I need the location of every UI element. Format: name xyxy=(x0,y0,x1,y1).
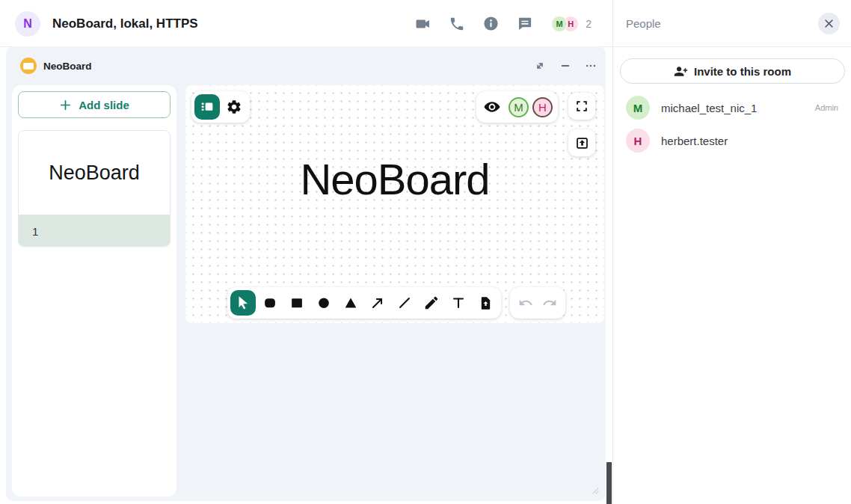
invite-button[interactable]: Invite to this room xyxy=(620,58,845,84)
widget-title: NeoBoard xyxy=(43,46,92,85)
rounded-rectangle-icon xyxy=(262,295,278,311)
tool-rounded-rectangle-button[interactable] xyxy=(257,290,283,316)
info-icon xyxy=(482,15,500,32)
plus-icon xyxy=(59,99,72,111)
member-avatar-m: M xyxy=(626,96,650,120)
tool-image-upload-button[interactable] xyxy=(473,290,498,316)
redo-icon xyxy=(542,295,557,310)
member-count: 2 xyxy=(586,18,592,30)
member-name: herbert.tester xyxy=(661,135,728,147)
export-button[interactable] xyxy=(568,129,595,156)
fullscreen-button[interactable] xyxy=(568,93,595,120)
whiteboard-canvas[interactable]: NeoBoard M H xyxy=(185,85,604,323)
rectangle-icon xyxy=(289,295,305,311)
room-avatar[interactable]: N xyxy=(15,11,40,37)
settings-button[interactable] xyxy=(221,94,247,120)
chat-bubble-icon xyxy=(516,15,533,32)
canvas-top-left-controls xyxy=(191,91,250,123)
video-call-button[interactable] xyxy=(414,14,433,34)
neoboard-widget: NeoBoard Add slide NeoBoard 1 xyxy=(6,46,606,501)
member-list: M michael_test_nic_1 Admin H herbert.tes… xyxy=(613,91,851,157)
invite-label: Invite to this room xyxy=(694,65,791,78)
widget-header-actions xyxy=(531,46,600,85)
phone-icon xyxy=(449,16,465,32)
people-panel-header: People xyxy=(613,0,851,47)
member-avatar-h: H xyxy=(626,129,650,153)
tool-triangle-button[interactable] xyxy=(338,290,363,316)
room-info-button[interactable] xyxy=(481,14,500,34)
pen-icon xyxy=(423,295,440,311)
slide-thumbnail[interactable]: NeoBoard 1 xyxy=(18,130,170,247)
board-title-text[interactable]: NeoBoard xyxy=(300,154,489,204)
people-panel: People Invite to this room M michael_tes… xyxy=(612,0,851,504)
upload-box-icon xyxy=(574,135,590,151)
voice-call-button[interactable] xyxy=(447,14,467,34)
undo-redo-controls xyxy=(510,287,565,319)
file-upload-icon xyxy=(478,295,494,311)
close-icon xyxy=(823,18,835,29)
canvas-presence-controls: M H xyxy=(476,91,558,123)
timeline-scrollbar[interactable] xyxy=(606,462,612,504)
widget-header: NeoBoard xyxy=(6,46,606,85)
collaborator-avatar-m[interactable]: M xyxy=(509,97,529,117)
slide-overview-icon xyxy=(199,99,215,115)
member-name: michael_test_nic_1 xyxy=(661,102,757,114)
triangle-icon xyxy=(342,295,359,311)
eye-icon xyxy=(483,98,501,116)
people-panel-title: People xyxy=(626,0,661,47)
expand-diagonal-icon xyxy=(533,59,547,73)
add-slide-label: Add slide xyxy=(79,99,129,111)
minus-icon xyxy=(559,59,572,73)
redo-button[interactable] xyxy=(538,290,561,316)
tool-rectangle-button[interactable] xyxy=(284,290,310,316)
tool-ellipse-button[interactable] xyxy=(311,290,337,316)
video-camera-icon xyxy=(414,15,432,33)
undo-button[interactable] xyxy=(514,290,537,316)
slide-overview-toggle-button[interactable] xyxy=(194,94,220,120)
widget-minimize-button[interactable] xyxy=(556,57,574,75)
room-title: NeoBoard, lokal, HTTPS xyxy=(52,0,198,47)
arrow-icon xyxy=(369,295,386,311)
widget-resize-handle[interactable] xyxy=(590,485,599,494)
person-add-icon xyxy=(674,64,688,79)
circle-icon xyxy=(316,295,332,311)
tool-arrow-button[interactable] xyxy=(365,290,390,316)
slide-number: 1 xyxy=(19,215,170,247)
cursor-icon xyxy=(235,295,251,311)
text-icon xyxy=(450,295,467,311)
member-row-michael[interactable]: M michael_test_nic_1 Admin xyxy=(613,91,851,124)
tool-text-button[interactable] xyxy=(446,290,471,316)
facepile-avatar-m: M xyxy=(551,16,568,32)
ellipsis-icon xyxy=(584,59,597,73)
tool-line-button[interactable] xyxy=(392,290,417,316)
fullscreen-icon xyxy=(574,99,589,114)
widget-icon xyxy=(20,58,37,74)
threads-button[interactable] xyxy=(514,14,534,34)
app-window: N NeoBoard, lokal, HTTPS M H 2 xyxy=(0,0,851,504)
collaborator-avatar-h[interactable]: H xyxy=(532,97,553,117)
room-header-actions: M H 2 xyxy=(414,0,592,47)
add-slide-button[interactable]: Add slide xyxy=(18,91,170,118)
tool-select-button[interactable] xyxy=(230,290,256,316)
undo-icon xyxy=(518,295,533,310)
close-people-button[interactable] xyxy=(818,13,840,34)
member-row-herbert[interactable]: H herbert.tester xyxy=(613,124,851,157)
present-button[interactable] xyxy=(479,94,505,120)
room-avatar-letter: N xyxy=(23,17,32,31)
slide-panel: Add slide NeoBoard 1 xyxy=(12,85,176,497)
member-role-badge: Admin xyxy=(815,103,838,112)
line-icon xyxy=(396,295,413,311)
drawing-toolbar xyxy=(227,287,501,319)
slide-preview-text: NeoBoard xyxy=(19,131,170,215)
widget-maximize-button[interactable] xyxy=(531,57,549,75)
facepile[interactable]: M H 2 xyxy=(551,16,592,32)
tool-pen-button[interactable] xyxy=(419,290,444,316)
widget-menu-button[interactable] xyxy=(582,57,600,75)
gear-icon xyxy=(226,99,242,115)
room-header: N NeoBoard, lokal, HTTPS M H 2 xyxy=(0,0,612,47)
